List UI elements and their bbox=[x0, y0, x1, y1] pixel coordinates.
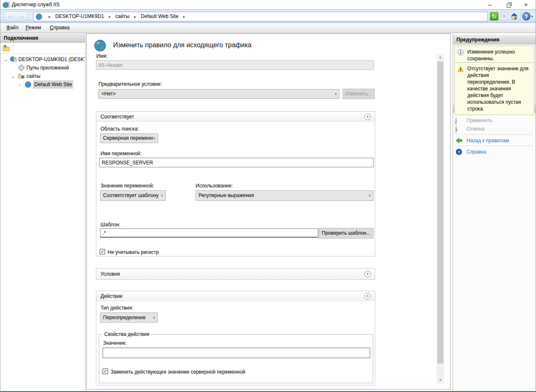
breadcrumb-server[interactable]: DESKTOP-U1MK9D1 bbox=[55, 12, 104, 21]
restore-button[interactable] bbox=[501, 0, 515, 9]
refresh-icon[interactable]: ↻ bbox=[490, 12, 498, 20]
tree-item-app-pools[interactable]: Пулы приложений bbox=[0, 64, 85, 72]
window-title: Диспетчер служб IIS bbox=[12, 2, 59, 8]
expand-section-icon[interactable]: ∨ bbox=[364, 271, 371, 277]
collapse-section-icon[interactable]: ∧ bbox=[364, 113, 371, 120]
using-label: Использование: bbox=[196, 183, 233, 189]
precondition-select[interactable]: <Нет> ∨ bbox=[98, 89, 340, 99]
info-icon bbox=[457, 49, 464, 56]
connections-tree: ⌄ DESKTOP-U1MK9D1 (DESKTOP Пулы приложен… bbox=[0, 54, 85, 89]
collapse-icon[interactable]: ⌄ bbox=[11, 72, 16, 80]
action-back-label: Назад к правилам bbox=[466, 136, 509, 145]
conditions-section: Условия ∨ bbox=[96, 268, 375, 280]
breadcrumb[interactable]: ▸ DESKTOP-U1MK9D1 ▸ сайты ▸ Default Web … bbox=[33, 12, 488, 21]
value-input[interactable] bbox=[103, 348, 370, 358]
breadcrumb-arrow-icon: ▸ bbox=[134, 13, 136, 21]
help-circle-icon: ? bbox=[456, 149, 462, 155]
apply-icon bbox=[456, 118, 456, 125]
breadcrumb-site[interactable]: Default Web Site bbox=[141, 12, 178, 21]
action-type-label: Тип действия: bbox=[100, 305, 133, 311]
pattern-label: Шаблон: bbox=[100, 222, 121, 228]
toolbar-separator bbox=[520, 13, 521, 20]
using-select[interactable]: Регулярные выражения ∨ bbox=[196, 190, 374, 201]
menu-file[interactable]: Файл bbox=[6, 25, 19, 31]
right-panel: Предупреждения Изменения успешно сохране… bbox=[453, 33, 536, 392]
checkmark-icon: ✓ bbox=[100, 249, 104, 254]
collapse-section-icon[interactable]: ∧ bbox=[364, 293, 371, 300]
precondition-label: Предварительное условие: bbox=[98, 81, 162, 87]
scroll-up-icon[interactable]: ∧ bbox=[437, 54, 444, 61]
chevron-down-icon: ∨ bbox=[153, 134, 156, 143]
help-icon[interactable]: ? bbox=[522, 12, 531, 20]
tree-item-sites[interactable]: ⌄ сайты bbox=[0, 72, 85, 80]
globe-icon bbox=[36, 13, 42, 20]
scroll-down-icon[interactable]: ∨ bbox=[437, 376, 444, 384]
match-section-header[interactable]: Соответствует ∧ bbox=[96, 112, 375, 122]
edit-precondition-button: Изменить... bbox=[343, 89, 375, 99]
menu-help-rest: правка bbox=[54, 25, 70, 31]
forward-icon[interactable]: → bbox=[19, 13, 25, 19]
site-globe-icon bbox=[25, 81, 31, 88]
actions-separator bbox=[456, 146, 533, 146]
scope-value: Серверная переменн bbox=[103, 135, 153, 141]
tree-item-label: сайты bbox=[26, 72, 41, 80]
scope-select[interactable]: Серверная переменн ∨ bbox=[100, 133, 158, 143]
checkmark-icon: ✓ bbox=[103, 369, 107, 374]
tree-item-default-web-site[interactable]: › Default Web Site bbox=[0, 80, 85, 89]
menu-help[interactable]: Справка bbox=[50, 25, 70, 31]
operation-value: Соответствует шаблону bbox=[103, 192, 159, 198]
operation-select[interactable]: Соответствует шаблону ∨ bbox=[100, 190, 166, 201]
actions-separator bbox=[456, 134, 533, 135]
test-pattern-button[interactable]: Проверить шаблон... bbox=[319, 228, 374, 238]
home-icon[interactable] bbox=[510, 12, 518, 20]
precondition-value: <Нет> bbox=[101, 91, 116, 97]
stop-icon: × bbox=[500, 12, 508, 20]
breadcrumb-arrow-icon: ▸ bbox=[109, 13, 111, 21]
main-scrollbar[interactable]: ∧ ∨ bbox=[437, 54, 444, 384]
action-section-header[interactable]: Действие ∧ bbox=[96, 291, 375, 301]
back-icon[interactable]: ← bbox=[7, 13, 13, 19]
action-cancel-label: Отмена bbox=[466, 125, 484, 133]
svg-text:?: ? bbox=[458, 150, 460, 154]
back-arrow-icon bbox=[456, 137, 462, 144]
menu-file-rest: айл bbox=[10, 25, 18, 31]
collapse-icon[interactable]: ⌄ bbox=[4, 55, 9, 64]
breadcrumb-arrow-icon: ▸ bbox=[183, 13, 185, 21]
connections-panel: Подключения ⌄ DESKTOP-U1MK9D1 (DESKTOP bbox=[0, 33, 85, 392]
action-section: Действие ∧ Тип действия: Переопределение… bbox=[96, 291, 375, 385]
tree-item-label: DESKTOP-U1MK9D1 (DESKTOP bbox=[18, 55, 85, 64]
alert-text: Изменения успешно сохранены. bbox=[467, 49, 531, 62]
chevron-down-icon: ∨ bbox=[152, 313, 155, 322]
operation-label: Значение переменной: bbox=[100, 183, 154, 189]
variable-name-label: Имя переменной: bbox=[100, 151, 142, 156]
connections-toolbar bbox=[0, 43, 85, 54]
pattern-input[interactable] bbox=[100, 228, 318, 238]
match-section: Соответствует ∧ Область поиска: Серверна… bbox=[96, 111, 375, 256]
tree-item-server[interactable]: ⌄ DESKTOP-U1MK9D1 (DESKTOP bbox=[0, 55, 85, 64]
replace-checkbox[interactable]: ✓ bbox=[103, 369, 108, 374]
name-label: Имя: bbox=[96, 53, 108, 59]
tree-item-label-selected: Default Web Site bbox=[33, 80, 73, 89]
new-connection-icon[interactable] bbox=[3, 44, 10, 52]
menu-mode-rest: ежим bbox=[28, 25, 41, 31]
replace-label: Заменить действующее значение серверной … bbox=[111, 369, 245, 375]
conditions-section-header[interactable]: Условия ∨ bbox=[96, 269, 375, 279]
warning-icon bbox=[457, 66, 464, 72]
menu-mode[interactable]: Режим bbox=[26, 25, 41, 31]
action-type-select[interactable]: Переопределение ∨ bbox=[100, 313, 158, 323]
action-apply-label: Применить bbox=[466, 116, 492, 125]
scrollbar-thumb[interactable] bbox=[437, 61, 443, 364]
close-button[interactable]: × bbox=[519, 0, 533, 9]
minimize-button[interactable] bbox=[483, 0, 497, 9]
tree-item-label: Пулы приложений bbox=[26, 64, 69, 72]
using-value: Регулярные выражения bbox=[198, 192, 254, 198]
toolbar-separator bbox=[13, 44, 13, 51]
help-caret-icon[interactable]: ▾ bbox=[531, 15, 533, 18]
breadcrumb-sites[interactable]: сайты bbox=[116, 12, 130, 21]
connections-header: Подключения bbox=[0, 33, 85, 43]
ignore-case-checkbox[interactable]: ✓ bbox=[100, 249, 105, 254]
expand-icon[interactable]: › bbox=[19, 80, 24, 89]
app-pools-icon bbox=[18, 64, 25, 71]
variable-name-input[interactable] bbox=[99, 158, 374, 167]
value-label: Значение: bbox=[103, 340, 127, 346]
